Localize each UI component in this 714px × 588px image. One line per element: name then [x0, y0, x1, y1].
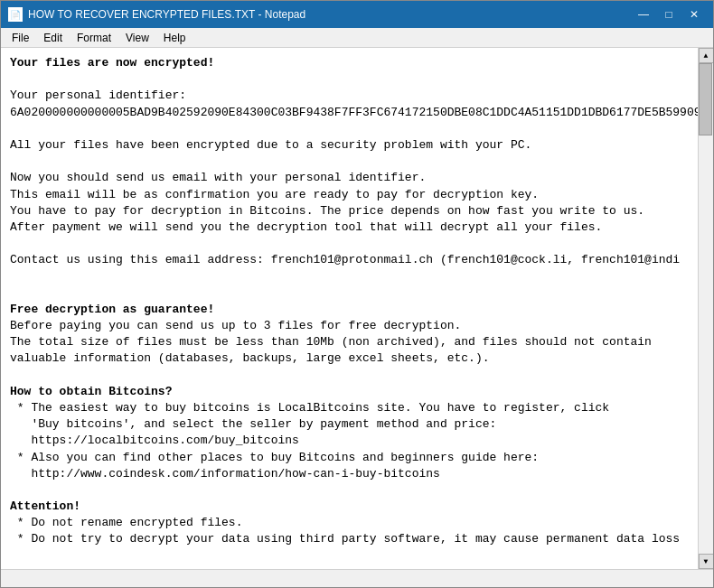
scroll-down-button[interactable]: ▼ [699, 554, 714, 569]
scroll-up-button[interactable]: ▲ [699, 48, 714, 63]
maximize-button[interactable]: □ [657, 5, 681, 23]
menu-help[interactable]: Help [156, 30, 193, 46]
window-title: HOW TO RECOVER ENCRYPTED FILES.TXT - Not… [28, 8, 305, 21]
title-bar-controls: — □ ✕ [632, 5, 706, 23]
status-bar [1, 569, 713, 587]
scroll-track[interactable] [699, 63, 713, 554]
menu-file[interactable]: File [5, 30, 36, 46]
status-text [8, 574, 11, 584]
menu-format[interactable]: Format [70, 30, 118, 46]
close-button[interactable]: ✕ [682, 5, 706, 23]
title-bar-left: 📄 HOW TO RECOVER ENCRYPTED FILES.TXT - N… [8, 7, 305, 22]
minimize-button[interactable]: — [632, 5, 655, 23]
menu-view[interactable]: View [118, 30, 156, 46]
title-bar: 📄 HOW TO RECOVER ENCRYPTED FILES.TXT - N… [1, 1, 713, 28]
vertical-scrollbar[interactable]: ▲ ▼ [698, 48, 713, 569]
scroll-thumb[interactable] [699, 63, 712, 135]
notepad-window: 📄 HOW TO RECOVER ENCRYPTED FILES.TXT - N… [0, 0, 714, 588]
menu-bar: File Edit Format View Help [1, 28, 713, 48]
menu-edit[interactable]: Edit [36, 30, 70, 46]
content-area: Your files are now encrypted! Your perso… [1, 48, 713, 569]
text-editor[interactable]: Your files are now encrypted! Your perso… [1, 48, 698, 569]
file-icon: 📄 [8, 7, 23, 22]
